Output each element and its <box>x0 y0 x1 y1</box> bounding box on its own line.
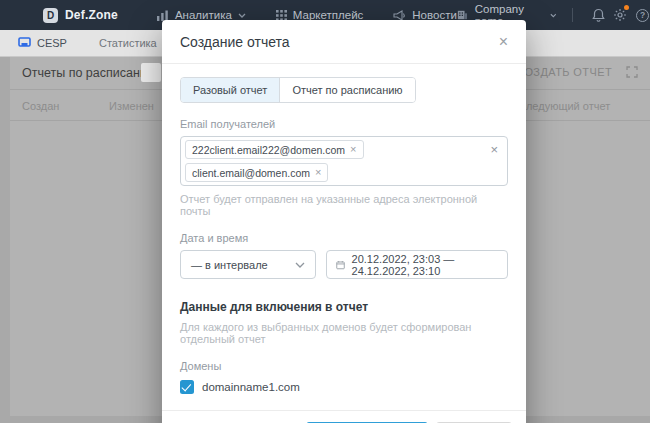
column-header-next-report: Следующий отчет <box>518 100 610 112</box>
collapsed-sidebar-rail <box>0 57 10 423</box>
chip-remove-icon[interactable]: × <box>315 167 321 178</box>
help-icon: ? <box>636 9 649 22</box>
chip-remove-icon[interactable]: × <box>350 144 356 155</box>
domain-checkbox-row[interactable]: domainname1.com <box>180 380 508 394</box>
data-section-helper: Для каждого из выбранных доменов будет с… <box>180 321 508 345</box>
fullscreen-button[interactable] <box>626 66 638 78</box>
tab-scheduled-report[interactable]: Отчет по расписанию <box>279 78 414 102</box>
chevron-down-icon <box>550 13 557 18</box>
datetime-row: — в интервале 20.12.2022, 23:03 — 24.12.… <box>180 250 508 279</box>
tab-label: CESP <box>37 37 67 49</box>
column-header-changed: Изменен <box>109 100 154 112</box>
settings-button[interactable] <box>609 2 631 28</box>
report-type-tabs: Разовый отчет Отчет по расписанию <box>180 77 416 103</box>
app-logo[interactable]: D Def.Zone <box>43 8 118 23</box>
datetime-label: Дата и время <box>180 232 508 244</box>
date-range-input[interactable]: 20.12.2022, 23:03 — 24.12.2022, 23:10 <box>326 250 508 279</box>
megaphone-icon <box>393 10 406 21</box>
email-chip: 222client.email222@domen.com × <box>185 140 364 159</box>
checkbox-checked[interactable] <box>180 380 194 394</box>
tab-label: Статистика <box>99 37 157 49</box>
divider <box>572 8 573 22</box>
interval-mode-select[interactable]: — в интервале <box>180 250 316 279</box>
domains-label: Домены <box>180 360 508 372</box>
email-chip-value: 222client.email222@domen.com <box>192 144 345 156</box>
modal-title: Создание отчета <box>180 34 290 50</box>
notifications-button[interactable] <box>587 2 609 28</box>
notification-dot <box>624 5 629 10</box>
scheduled-reports-toggle[interactable] <box>141 63 161 82</box>
email-helper-text: Отчет будет отправлен на указанные адрес… <box>180 193 508 217</box>
tab-cesp[interactable]: CESP <box>0 30 83 56</box>
email-recipients-label: Email получателей <box>180 118 508 130</box>
chevron-down-icon <box>238 13 246 18</box>
logo-icon: D <box>43 8 58 23</box>
data-section-heading: Данные для включения в отчет <box>180 300 508 314</box>
bar-chart-icon <box>156 10 169 21</box>
help-button[interactable]: ? <box>632 2 650 28</box>
create-report-modal: Создание отчета × Разовый отчет Отчет по… <box>162 20 526 423</box>
cesp-icon <box>18 37 31 49</box>
close-icon[interactable]: × <box>499 34 508 50</box>
grid-icon <box>276 10 287 21</box>
calendar-icon <box>336 259 345 271</box>
domain-name: domainname1.com <box>202 381 300 393</box>
expand-icon <box>626 66 638 78</box>
page-title: Отчеты по расписанию <box>22 66 156 80</box>
modal-header: Создание отчета × <box>162 20 526 64</box>
gear-icon <box>613 8 627 22</box>
chevron-down-icon <box>295 262 305 268</box>
modal-footer: СОЗДАТЬ ОТЧЕТ ОТМЕНА <box>162 410 526 423</box>
tab-single-report[interactable]: Разовый отчет <box>181 78 279 102</box>
create-report-label: СОЗДАТЬ ОТЧЕТ <box>516 66 612 78</box>
email-chip-value: client.email@domen.com <box>192 167 310 179</box>
tab-statistics[interactable]: Статистика <box>83 30 173 56</box>
email-recipients-input[interactable]: 222client.email222@domen.com × client.em… <box>180 136 508 186</box>
interval-mode-value: — в интервале <box>191 259 268 271</box>
bell-icon <box>592 8 605 22</box>
clear-all-icon[interactable]: × <box>490 143 498 156</box>
date-range-value: 20.12.2022, 23:03 — 24.12.2022, 23:10 <box>352 253 498 277</box>
modal-body: Разовый отчет Отчет по расписанию Email … <box>162 64 526 410</box>
email-chip: client.email@domen.com × <box>185 163 328 182</box>
logo-text: Def.Zone <box>65 8 118 22</box>
column-header-created: Создан <box>22 100 59 112</box>
